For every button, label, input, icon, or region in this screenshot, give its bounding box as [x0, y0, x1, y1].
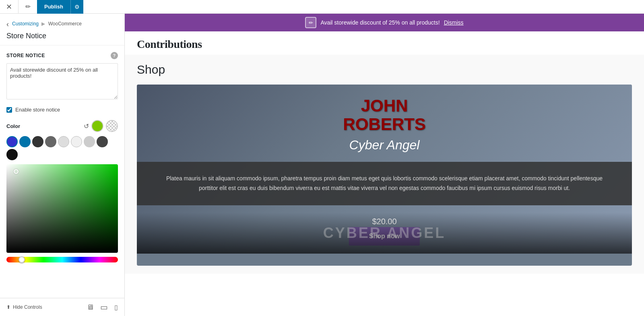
swatch-lightest[interactable] [71, 136, 82, 147]
hide-controls-button[interactable]: ⬆ Hide Controls [6, 304, 42, 310]
swatch-dark-gray[interactable] [32, 136, 43, 147]
help-icon[interactable]: ? [111, 52, 118, 59]
color-swatches [6, 136, 118, 160]
publish-wrap: Publish ⚙ [37, 0, 83, 14]
chevron-down-icon: ⬆ [6, 304, 10, 310]
swatch-charcoal[interactable] [97, 136, 108, 147]
swatch-blue[interactable] [19, 136, 31, 147]
device-icons: 🖥 ▭ ▯ [87, 302, 118, 312]
back-arrow-button[interactable]: ‹ [6, 20, 9, 29]
swatch-mid-gray[interactable] [45, 136, 56, 147]
enable-notice-checkbox[interactable] [6, 107, 12, 113]
sidebar: ‹ Customizing ▶ WooCommerce Store Notice… [0, 14, 125, 316]
sidebar-back: ‹ Customizing ▶ WooCommerce [6, 20, 118, 29]
close-button[interactable]: ✕ [0, 0, 19, 14]
preview-content: Contributions Shop JOHN ROBERTS Cyber An… [125, 31, 644, 316]
mobile-icon[interactable]: ▯ [114, 304, 118, 311]
desktop-icon[interactable]: 🖥 [87, 303, 94, 312]
book-title-overlay: JOHN ROBERTS Cyber Angel [335, 97, 433, 153]
main-layout: ‹ Customizing ▶ WooCommerce Store Notice… [0, 14, 644, 316]
gear-icon: ⚙ [74, 4, 80, 10]
breadcrumb-section: WooCommerce [48, 21, 82, 27]
color-preview-circle[interactable] [91, 120, 103, 132]
hue-slider-thumb [19, 256, 25, 263]
publish-button[interactable]: Publish [37, 0, 70, 14]
notice-edit-icon[interactable]: ✏ [305, 17, 316, 28]
swatch-light[interactable] [58, 136, 69, 147]
store-notice-section-label: Store notice ? [6, 52, 118, 59]
card-desc-text: Platea mauris in sit aliquam commodo ips… [161, 174, 608, 193]
book-bottom-overlay: CYBER ANGEL [137, 213, 632, 254]
enable-notice-label: Enable store notice [15, 107, 60, 113]
store-name: Contributions [137, 38, 632, 51]
notice-text: Avail storewide discount of 25% on all p… [320, 19, 440, 26]
color-section-title: Color ↺ [6, 120, 118, 132]
store-notice-bar: ✏ Avail storewide discount of 25% on all… [125, 14, 644, 31]
edit-icon: ✏ [25, 3, 31, 10]
book-cover-area: JOHN ROBERTS Cyber Angel Platea mauris i… [137, 85, 632, 254]
swatch-gray[interactable] [84, 136, 95, 147]
color-reset-button[interactable]: ↺ [84, 122, 89, 130]
preview-header: Contributions [125, 31, 644, 55]
tablet-icon[interactable]: ▭ [100, 302, 108, 312]
notice-dismiss-button[interactable]: Dismiss [444, 19, 464, 26]
swatch-black[interactable] [6, 149, 18, 160]
color-picker-box[interactable] [6, 164, 118, 253]
sidebar-content: Store notice ? Enable store notice Color… [0, 45, 124, 298]
swatch-blue-dark[interactable] [6, 136, 18, 147]
book-author-line1: JOHN [343, 97, 425, 115]
preview-area: ✏ Avail storewide discount of 25% on all… [125, 14, 644, 316]
breadcrumb-sep: ▶ [41, 21, 46, 27]
book-card: JOHN ROBERTS Cyber Angel Platea mauris i… [137, 85, 632, 266]
hue-slider[interactable] [6, 257, 118, 262]
hide-controls-label: Hide Controls [13, 304, 42, 310]
edit-button[interactable]: ✏ [19, 0, 37, 14]
breadcrumb-customizing[interactable]: Customizing [12, 21, 39, 27]
sidebar-footer: ⬆ Hide Controls 🖥 ▭ ▯ [0, 298, 124, 316]
sidebar-header: ‹ Customizing ▶ WooCommerce Store Notice [0, 14, 124, 45]
enable-notice-row: Enable store notice [6, 107, 118, 113]
book-author-line2: ROBERTS [343, 115, 425, 134]
color-tools: ↺ [84, 120, 118, 132]
top-bar: ✕ ✏ Publish ⚙ [0, 0, 644, 14]
shop-title: Shop [137, 63, 632, 76]
sidebar-title: Store Notice [6, 32, 118, 40]
publish-gear-button[interactable]: ⚙ [70, 0, 83, 14]
book-cover-text: CYBER ANGEL [153, 225, 616, 242]
book-title: Cyber Angel [343, 138, 425, 153]
store-notice-textarea[interactable] [6, 63, 118, 99]
color-transparent-circle[interactable] [106, 120, 118, 132]
card-description: Platea mauris in sit aliquam commodo ips… [137, 162, 632, 205]
close-icon: ✕ [6, 2, 12, 11]
breadcrumb: Customizing ▶ WooCommerce [12, 21, 82, 27]
preview-body: Shop JOHN ROBERTS Cyber Angel Platea mau… [125, 55, 644, 274]
color-picker-cursor [14, 169, 19, 174]
